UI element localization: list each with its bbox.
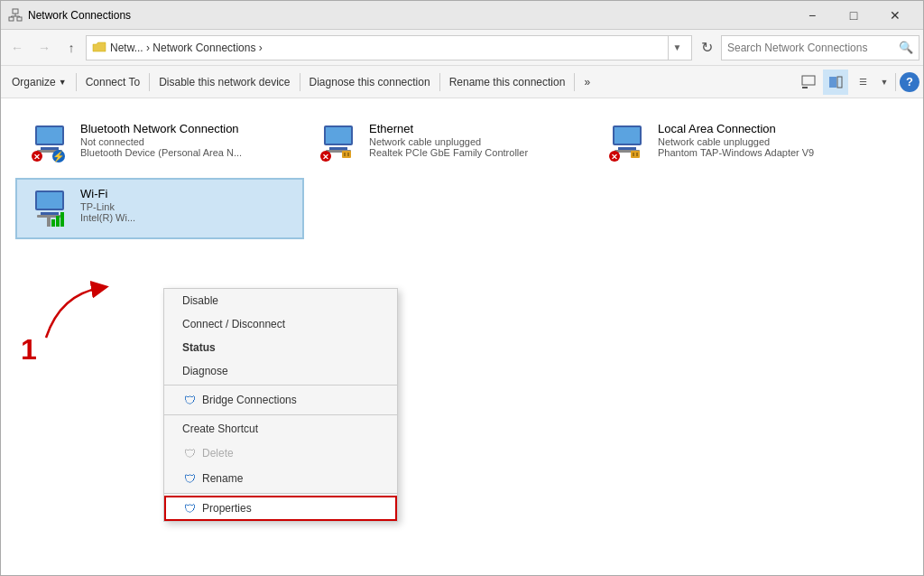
window-controls: − □ ✕ xyxy=(791,1,916,30)
local-area-info: Local Area Connection Network cable unpl… xyxy=(658,122,869,158)
svg-rect-12 xyxy=(37,127,62,144)
search-input[interactable] xyxy=(727,42,899,54)
local-area-device: Phantom TAP-Windows Adapter V9 xyxy=(658,147,869,158)
close-button[interactable]: ✕ xyxy=(874,1,916,30)
titlebar: Network Connections − □ ✕ xyxy=(1,1,923,30)
forward-button[interactable]: → xyxy=(32,35,57,60)
toolbar-separator-4 xyxy=(439,73,440,91)
ctx-shortcut[interactable]: Create Shortcut xyxy=(164,417,397,441)
shield-icon-bridge: 🛡 xyxy=(182,393,197,407)
preview-icon xyxy=(801,75,816,89)
svg-rect-38 xyxy=(37,192,62,209)
ctx-disable[interactable]: Disable xyxy=(164,289,397,312)
svg-rect-44 xyxy=(47,218,51,227)
bluetooth-device: Bluetooth Device (Personal Area N... xyxy=(80,147,291,158)
svg-rect-8 xyxy=(802,87,808,88)
ctx-rename[interactable]: 🛡 Rename xyxy=(164,466,397,491)
svg-rect-30 xyxy=(618,147,636,150)
addressbar: ← → ↑ Netw... › Network Connections › ▼ … xyxy=(1,30,923,66)
more-button[interactable]: » xyxy=(577,70,597,95)
svg-rect-29 xyxy=(614,127,640,144)
ctx-sep-3 xyxy=(164,493,397,494)
wifi-status: TP-Link xyxy=(80,201,291,212)
toolbar-separator-2 xyxy=(149,73,150,91)
svg-rect-1 xyxy=(9,17,14,21)
details-icon xyxy=(828,75,843,89)
svg-rect-13 xyxy=(41,147,59,150)
svg-rect-41 xyxy=(51,219,55,227)
ctx-bridge[interactable]: 🛡 Bridge Connections xyxy=(164,387,397,413)
shield-icon-delete: 🛡 xyxy=(182,446,197,460)
local-area-name: Local Area Connection xyxy=(658,122,869,135)
toolbar: Organize ▼ Connect To Disable this netwo… xyxy=(1,66,923,98)
organize-button[interactable]: Organize ▼ xyxy=(5,70,74,95)
maximize-button[interactable]: □ xyxy=(833,1,874,30)
refresh-button[interactable]: ↻ xyxy=(694,35,719,60)
preview-pane-button[interactable] xyxy=(796,70,821,95)
svg-rect-26 xyxy=(344,153,346,156)
ethernet-icon-wrap: ✕ xyxy=(317,122,360,165)
change-view-button[interactable]: ☰ xyxy=(850,70,875,95)
svg-rect-34 xyxy=(631,151,640,158)
titlebar-icon xyxy=(8,8,23,23)
path-dropdown-icon[interactable]: ▼ xyxy=(668,36,686,60)
svg-rect-7 xyxy=(802,76,815,85)
bluetooth-info: Bluetooth Network Connection Not connect… xyxy=(80,122,291,158)
svg-rect-21 xyxy=(329,147,347,150)
network-item-local-area[interactable]: ✕ Local Area Connection Network cable un… xyxy=(593,113,882,174)
svg-rect-9 xyxy=(829,77,836,88)
rename-button[interactable]: Rename this connection xyxy=(442,70,573,95)
toolbar-separator-3 xyxy=(300,73,300,91)
step1-label: 1 xyxy=(21,333,37,367)
svg-rect-27 xyxy=(347,153,349,156)
ctx-status[interactable]: Status xyxy=(164,336,397,359)
ethernet-status: Network cable unplugged xyxy=(369,136,580,147)
context-menu: Disable Connect / Disconnect Status Diag… xyxy=(163,288,398,522)
minimize-button[interactable]: − xyxy=(791,1,833,30)
wifi-icon-wrap xyxy=(28,187,71,230)
network-item-bluetooth[interactable]: ✕ ⚡ Bluetooth Network Connection Not con… xyxy=(15,113,304,174)
details-pane-button[interactable] xyxy=(823,70,848,95)
network-item-ethernet[interactable]: ✕ Ethernet Network cable unplugged Realt… xyxy=(304,113,593,174)
view-dropdown-arrow[interactable]: ▼ xyxy=(877,70,892,95)
svg-text:✕: ✕ xyxy=(322,153,329,162)
toolbar-separator-1 xyxy=(76,73,77,91)
connect-to-button[interactable]: Connect To xyxy=(79,70,148,95)
ctx-properties[interactable]: 🛡 Properties xyxy=(164,496,397,521)
ethernet-computer-icon: ✕ xyxy=(317,122,360,165)
diagnose-button[interactable]: Diagnose this connection xyxy=(302,70,438,95)
bluetooth-name: Bluetooth Network Connection xyxy=(80,122,291,135)
window-title: Network Connections xyxy=(28,9,791,22)
path-folder-icon xyxy=(92,41,106,55)
toolbar-sep-right xyxy=(895,73,896,91)
network-item-wifi[interactable]: Wi-Fi TP-Link Intel(R) Wi... xyxy=(15,178,304,239)
ethernet-info: Ethernet Network cable unplugged Realtek… xyxy=(369,122,580,158)
disable-device-button[interactable]: Disable this network device xyxy=(152,70,297,95)
shield-icon-rename: 🛡 xyxy=(182,471,197,486)
svg-rect-20 xyxy=(326,127,351,144)
ethernet-device: Realtek PCIe GbE Family Controller xyxy=(369,147,580,158)
main-content: ✕ ⚡ Bluetooth Network Connection Not con… xyxy=(1,98,923,575)
svg-rect-2 xyxy=(17,17,22,21)
search-box[interactable]: 🔍 xyxy=(721,35,919,60)
svg-rect-43 xyxy=(60,212,64,227)
svg-rect-36 xyxy=(636,153,638,156)
ctx-delete: 🛡 Delete xyxy=(164,441,397,466)
wifi-computer-icon xyxy=(28,187,71,230)
help-button[interactable]: ? xyxy=(900,72,919,92)
bluetooth-computer-icon: ✕ ⚡ xyxy=(28,122,71,165)
svg-text:✕: ✕ xyxy=(33,153,41,162)
ctx-sep-2 xyxy=(164,414,397,415)
svg-rect-35 xyxy=(633,153,634,156)
wifi-name: Wi-Fi xyxy=(80,187,291,200)
svg-rect-39 xyxy=(41,212,59,215)
back-button[interactable]: ← xyxy=(5,35,30,60)
wifi-device: Intel(R) Wi... xyxy=(80,212,291,223)
wifi-info: Wi-Fi TP-Link Intel(R) Wi... xyxy=(80,187,291,223)
toolbar-separator-5 xyxy=(574,73,575,91)
ctx-diagnose[interactable]: Diagnose xyxy=(164,359,397,383)
ctx-connect-disconnect[interactable]: Connect / Disconnect xyxy=(164,312,397,336)
up-button[interactable]: ↑ xyxy=(59,35,84,60)
network-connections-window: Network Connections − □ ✕ ← → ↑ Netw... … xyxy=(0,0,924,576)
address-path[interactable]: Netw... › Network Connections › ▼ xyxy=(86,35,692,60)
